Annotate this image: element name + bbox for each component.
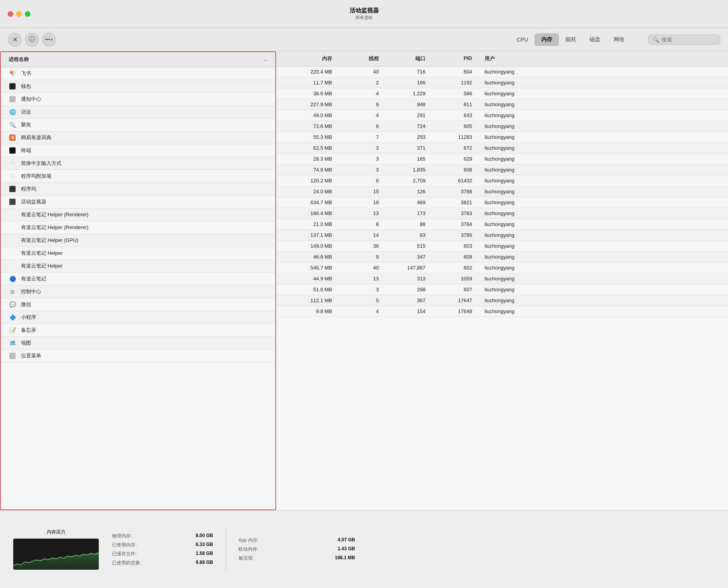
data-cell-pid: 643 bbox=[432, 112, 478, 118]
process-row[interactable]: ♡简体中文输入方式 bbox=[1, 157, 275, 170]
process-name-text: 访达 bbox=[21, 108, 31, 116]
data-row[interactable]: 634.7 MB184693821liuchongyang bbox=[276, 197, 728, 208]
memory-col-header[interactable]: 内存 bbox=[276, 55, 338, 62]
data-row[interactable]: 74.8 MB31,835608liuchongyang bbox=[276, 164, 728, 175]
process-icon: 🔵 bbox=[9, 275, 16, 283]
data-row[interactable]: 227.9 MB9948611liuchongyang bbox=[276, 99, 728, 110]
data-cell-memory: 24.0 MB bbox=[276, 189, 338, 194]
stat-label: 已使用内存: bbox=[112, 542, 136, 548]
process-row[interactable]: 🔵有道云笔记 bbox=[1, 273, 275, 285]
data-cell-pid: 17648 bbox=[432, 308, 478, 314]
process-row[interactable]: 通知中心 bbox=[1, 93, 275, 106]
process-row[interactable]: 终端 bbox=[1, 144, 275, 157]
process-row[interactable]: 🔷小程序 bbox=[1, 311, 275, 324]
stat-row: 已使用内存: 6.33 GB bbox=[112, 542, 213, 548]
process-name-text: 有道云笔记 Helper (GPU) bbox=[21, 237, 78, 244]
stat-row: 被压缩: 196.1 MB bbox=[238, 555, 355, 562]
data-row[interactable]: 149.0 MB36515603liuchongyang bbox=[276, 241, 728, 252]
data-cell-user: liuchongyang bbox=[478, 232, 728, 238]
stat-label: 已使用的交换: bbox=[112, 560, 141, 566]
data-row[interactable]: 137.1 MB14633786liuchongyang bbox=[276, 230, 728, 241]
data-row[interactable]: 51.6 MB3298607liuchongyang bbox=[276, 284, 728, 295]
search-box[interactable]: 🔍 bbox=[648, 35, 720, 45]
process-row[interactable]: 有网易有道词典 bbox=[1, 131, 275, 144]
data-cell-ports: 154 bbox=[385, 308, 432, 314]
data-row[interactable]: 21.0 MB8883784liuchongyang bbox=[276, 219, 728, 230]
pid-col-header[interactable]: PID bbox=[432, 55, 478, 62]
data-cell-memory: 186.4 MB bbox=[276, 210, 338, 216]
process-row[interactable]: 程序坞 bbox=[1, 183, 275, 196]
data-row[interactable]: 49.0 MB4291643liuchongyang bbox=[276, 110, 728, 121]
process-row[interactable]: 有道云笔记 Helper (Renderer) bbox=[1, 221, 275, 234]
titlebar: 活动监视器 所有进程 bbox=[0, 0, 728, 28]
stat-value: 1.58 GB bbox=[196, 551, 213, 557]
data-row[interactable]: 112.1 MB536717647liuchongyang bbox=[276, 295, 728, 306]
stop-button[interactable]: ✕ bbox=[8, 33, 22, 47]
more-button[interactable]: ••• ▾ bbox=[42, 33, 56, 47]
tab-cpu[interactable]: CPU bbox=[510, 34, 535, 46]
data-row[interactable]: 28.3 MB3165629liuchongyang bbox=[276, 154, 728, 164]
process-row[interactable]: 🔍聚焦 bbox=[1, 119, 275, 131]
tab-energy[interactable]: 能耗 bbox=[559, 33, 583, 46]
data-header: 内存 线程 端口 PID 用户 bbox=[276, 51, 728, 66]
data-cell-threads: 36 bbox=[338, 243, 385, 249]
process-row[interactable]: 钱包 bbox=[1, 80, 275, 93]
data-row[interactable]: 120.2 MB62,70961432liuchongyang bbox=[276, 175, 728, 186]
process-row[interactable]: 🪁飞书 bbox=[1, 67, 275, 80]
tab-network[interactable]: 网络 bbox=[607, 33, 631, 46]
data-row[interactable]: 55.3 MB729311283liuchongyang bbox=[276, 132, 728, 143]
data-row[interactable]: 72.6 MB6724605liuchongyang bbox=[276, 121, 728, 132]
data-cell-threads: 13 bbox=[338, 210, 385, 216]
tab-memory[interactable]: 内存 bbox=[535, 33, 559, 46]
search-input[interactable] bbox=[662, 37, 716, 43]
data-row[interactable]: 36.6 MB41,229566liuchongyang bbox=[276, 88, 728, 99]
threads-col-header[interactable]: 线程 bbox=[338, 55, 385, 62]
data-row[interactable]: 546.7 MB40147,867602liuchongyang bbox=[276, 262, 728, 273]
process-row[interactable]: 有道云笔记 Helper (GPU) bbox=[1, 234, 275, 247]
process-row[interactable]: 有道云笔记 Helper (Renderer) bbox=[1, 208, 275, 221]
process-icon: 🪁 bbox=[9, 70, 16, 77]
data-row[interactable]: 9.8 MB415417648liuchongyang bbox=[276, 306, 728, 317]
data-cell-pid: 1059 bbox=[432, 276, 478, 282]
data-row[interactable]: 220.4 MB40716604liuchongyang bbox=[276, 66, 728, 77]
process-icon: 💬 bbox=[9, 301, 16, 308]
data-row[interactable]: 24.0 MB151263788liuchongyang bbox=[276, 186, 728, 197]
user-col-header[interactable]: 用户 bbox=[478, 55, 728, 62]
data-cell-user: liuchongyang bbox=[478, 210, 728, 216]
process-row[interactable]: 活动监视器 bbox=[1, 196, 275, 208]
memory-pressure-label: 内存压力 bbox=[47, 529, 65, 536]
data-row[interactable]: 186.4 MB131733783liuchongyang bbox=[276, 208, 728, 219]
process-row[interactable]: ⊞控制中心 bbox=[1, 285, 275, 298]
ports-col-header[interactable]: 端口 bbox=[385, 55, 432, 62]
process-name-text: 活动监视器 bbox=[21, 198, 46, 205]
data-cell-ports: 298 bbox=[385, 287, 432, 292]
data-cell-threads: 3 bbox=[338, 156, 385, 162]
stat-row: 联动内存: 1.43 GB bbox=[238, 546, 355, 553]
process-row[interactable]: 位置菜单 bbox=[1, 350, 275, 362]
process-row[interactable]: 💬微信 bbox=[1, 298, 275, 311]
data-row[interactable]: 46.8 MB9347609liuchongyang bbox=[276, 252, 728, 262]
tab-disk[interactable]: 磁盘 bbox=[583, 33, 607, 46]
data-cell-pid: 609 bbox=[432, 254, 478, 260]
data-cell-ports: 469 bbox=[385, 200, 432, 205]
data-row[interactable]: 44.9 MB133131059liuchongyang bbox=[276, 273, 728, 284]
process-row[interactable]: 有道云笔记 Helper bbox=[1, 260, 275, 273]
maximize-button[interactable] bbox=[25, 11, 30, 17]
minimize-button[interactable] bbox=[16, 11, 22, 17]
stat-value: 196.1 MB bbox=[335, 555, 355, 562]
data-row[interactable]: 11.7 MB21861192liuchongyang bbox=[276, 77, 728, 88]
process-row[interactable]: 🗺️地图 bbox=[1, 337, 275, 350]
info-button[interactable]: ⓘ bbox=[25, 33, 39, 47]
process-icon: 🗺️ bbox=[9, 339, 16, 347]
process-row[interactable]: ♡程序坞附加项 bbox=[1, 170, 275, 183]
process-row[interactable]: 有道云笔记 Helper bbox=[1, 247, 275, 260]
stat-value: 9.88 GB bbox=[196, 560, 213, 566]
process-row[interactable]: 🌐访达 bbox=[1, 106, 275, 119]
close-button[interactable] bbox=[8, 11, 13, 17]
data-cell-threads: 13 bbox=[338, 276, 385, 282]
data-cell-pid: 3783 bbox=[432, 210, 478, 216]
process-list-header[interactable]: 进程名称 ⌄ bbox=[1, 52, 275, 67]
process-row[interactable]: 📝备忘录 bbox=[1, 324, 275, 337]
data-row[interactable]: 62.5 MB3371672liuchongyang bbox=[276, 143, 728, 154]
data-cell-threads: 5 bbox=[338, 298, 385, 303]
